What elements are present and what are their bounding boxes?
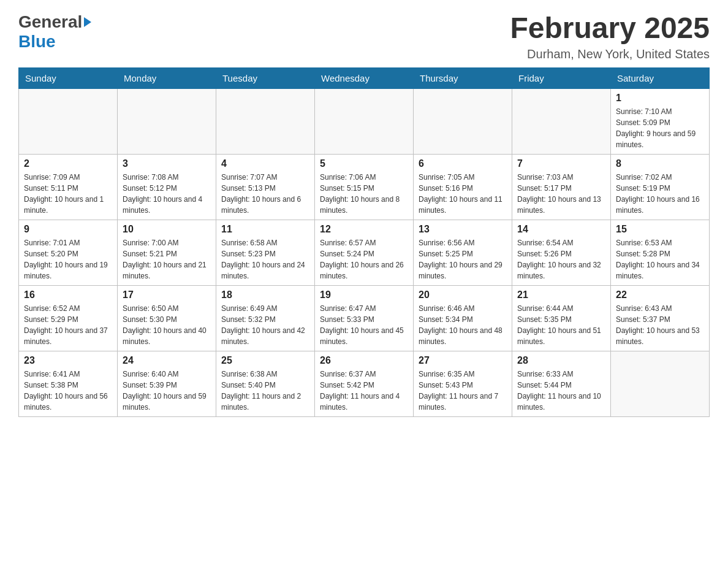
calendar-day-cell: 6Sunrise: 7:05 AM Sunset: 5:16 PM Daylig… [414,154,512,220]
calendar-day-cell [414,88,512,154]
day-info: Sunrise: 6:44 AM Sunset: 5:35 PM Dayligh… [517,303,605,347]
calendar-day-cell: 27Sunrise: 6:35 AM Sunset: 5:43 PM Dayli… [414,351,512,416]
day-info: Sunrise: 6:56 AM Sunset: 5:25 PM Dayligh… [419,237,507,282]
calendar-day-cell: 13Sunrise: 6:56 AM Sunset: 5:25 PM Dayli… [414,220,512,285]
day-number: 25 [221,355,309,366]
calendar-day-cell: 7Sunrise: 7:03 AM Sunset: 5:17 PM Daylig… [512,154,611,220]
day-info: Sunrise: 6:38 AM Sunset: 5:40 PM Dayligh… [221,369,309,413]
day-number: 21 [517,289,605,301]
day-number: 11 [221,224,309,235]
calendar-day-cell: 21Sunrise: 6:44 AM Sunset: 5:35 PM Dayli… [512,285,611,351]
day-info: Sunrise: 6:58 AM Sunset: 5:23 PM Dayligh… [221,237,309,282]
calendar-day-cell: 5Sunrise: 7:06 AM Sunset: 5:15 PM Daylig… [315,154,414,220]
day-of-week-header: Saturday [611,67,710,88]
location-text: Durham, New York, United States [510,47,710,61]
day-info: Sunrise: 6:53 AM Sunset: 5:28 PM Dayligh… [616,237,704,282]
calendar-day-cell: 18Sunrise: 6:49 AM Sunset: 5:32 PM Dayli… [216,285,315,351]
day-of-week-header: Thursday [414,67,512,88]
calendar-day-cell: 14Sunrise: 6:54 AM Sunset: 5:26 PM Dayli… [512,220,611,285]
day-number: 10 [123,224,211,235]
day-of-week-header: Friday [512,67,611,88]
day-info: Sunrise: 7:03 AM Sunset: 5:17 PM Dayligh… [517,172,605,216]
day-info: Sunrise: 6:37 AM Sunset: 5:42 PM Dayligh… [320,369,408,413]
calendar-day-cell: 3Sunrise: 7:08 AM Sunset: 5:12 PM Daylig… [118,154,216,220]
logo: General Blue [18,12,91,52]
day-info: Sunrise: 7:07 AM Sunset: 5:13 PM Dayligh… [221,172,309,216]
calendar-day-cell [216,88,315,154]
day-info: Sunrise: 6:40 AM Sunset: 5:39 PM Dayligh… [123,369,211,413]
title-section: February 2025 Durham, New York, United S… [510,12,710,61]
day-number: 6 [419,158,507,169]
day-number: 19 [320,289,408,301]
day-of-week-header: Monday [118,67,216,88]
day-number: 20 [419,289,507,301]
logo-general-text: General [18,12,82,32]
calendar-table: SundayMondayTuesdayWednesdayThursdayFrid… [18,67,710,417]
calendar-day-cell [611,351,710,416]
day-number: 17 [123,289,211,301]
calendar-day-cell: 25Sunrise: 6:38 AM Sunset: 5:40 PM Dayli… [216,351,315,416]
calendar-day-cell: 17Sunrise: 6:50 AM Sunset: 5:30 PM Dayli… [118,285,216,351]
day-info: Sunrise: 7:02 AM Sunset: 5:19 PM Dayligh… [616,172,704,216]
calendar-week-row: 2Sunrise: 7:09 AM Sunset: 5:11 PM Daylig… [19,154,710,220]
day-of-week-header: Tuesday [216,67,315,88]
day-info: Sunrise: 6:49 AM Sunset: 5:32 PM Dayligh… [221,303,309,347]
day-info: Sunrise: 6:52 AM Sunset: 5:29 PM Dayligh… [24,303,112,347]
calendar-week-row: 23Sunrise: 6:41 AM Sunset: 5:38 PM Dayli… [19,351,710,416]
logo-blue-text: Blue [18,32,56,52]
day-number: 26 [320,355,408,366]
day-number: 13 [419,224,507,235]
day-info: Sunrise: 6:47 AM Sunset: 5:33 PM Dayligh… [320,303,408,347]
calendar-day-cell: 8Sunrise: 7:02 AM Sunset: 5:19 PM Daylig… [611,154,710,220]
day-number: 16 [24,289,112,301]
calendar-week-row: 1Sunrise: 7:10 AM Sunset: 5:09 PM Daylig… [19,88,710,154]
calendar-day-cell: 15Sunrise: 6:53 AM Sunset: 5:28 PM Dayli… [611,220,710,285]
day-of-week-header: Wednesday [315,67,414,88]
calendar-day-cell: 26Sunrise: 6:37 AM Sunset: 5:42 PM Dayli… [315,351,414,416]
day-number: 15 [616,224,704,235]
calendar-day-cell: 28Sunrise: 6:33 AM Sunset: 5:44 PM Dayli… [512,351,611,416]
calendar-day-cell: 22Sunrise: 6:43 AM Sunset: 5:37 PM Dayli… [611,285,710,351]
day-info: Sunrise: 6:43 AM Sunset: 5:37 PM Dayligh… [616,303,704,347]
calendar-day-cell: 12Sunrise: 6:57 AM Sunset: 5:24 PM Dayli… [315,220,414,285]
day-of-week-header: Sunday [19,67,118,88]
day-number: 22 [616,289,704,301]
day-number: 4 [221,158,309,169]
calendar-day-cell: 9Sunrise: 7:01 AM Sunset: 5:20 PM Daylig… [19,220,118,285]
month-title: February 2025 [510,12,710,45]
day-number: 1 [616,93,704,104]
day-number: 2 [24,158,112,169]
calendar-day-cell: 23Sunrise: 6:41 AM Sunset: 5:38 PM Dayli… [19,351,118,416]
day-number: 9 [24,224,112,235]
calendar-day-cell: 20Sunrise: 6:46 AM Sunset: 5:34 PM Dayli… [414,285,512,351]
day-info: Sunrise: 6:41 AM Sunset: 5:38 PM Dayligh… [24,369,112,413]
calendar-day-cell [19,88,118,154]
day-number: 14 [517,224,605,235]
logo-arrow-icon [84,17,91,27]
calendar-day-cell: 16Sunrise: 6:52 AM Sunset: 5:29 PM Dayli… [19,285,118,351]
day-number: 7 [517,158,605,169]
day-info: Sunrise: 6:57 AM Sunset: 5:24 PM Dayligh… [320,237,408,282]
calendar-week-row: 16Sunrise: 6:52 AM Sunset: 5:29 PM Dayli… [19,285,710,351]
day-number: 8 [616,158,704,169]
day-info: Sunrise: 7:06 AM Sunset: 5:15 PM Dayligh… [320,172,408,216]
calendar-day-cell: 4Sunrise: 7:07 AM Sunset: 5:13 PM Daylig… [216,154,315,220]
day-info: Sunrise: 6:46 AM Sunset: 5:34 PM Dayligh… [419,303,507,347]
day-info: Sunrise: 7:00 AM Sunset: 5:21 PM Dayligh… [123,237,211,282]
calendar-day-cell [512,88,611,154]
day-number: 18 [221,289,309,301]
calendar-day-cell: 10Sunrise: 7:00 AM Sunset: 5:21 PM Dayli… [118,220,216,285]
day-info: Sunrise: 6:50 AM Sunset: 5:30 PM Dayligh… [123,303,211,347]
calendar-header-row: SundayMondayTuesdayWednesdayThursdayFrid… [19,67,710,88]
calendar-day-cell: 11Sunrise: 6:58 AM Sunset: 5:23 PM Dayli… [216,220,315,285]
calendar-day-cell [118,88,216,154]
day-number: 5 [320,158,408,169]
page-header: General Blue February 2025 Durham, New Y… [18,12,710,61]
day-number: 3 [123,158,211,169]
calendar-day-cell [315,88,414,154]
day-number: 24 [123,355,211,366]
day-info: Sunrise: 7:09 AM Sunset: 5:11 PM Dayligh… [24,172,112,216]
calendar-week-row: 9Sunrise: 7:01 AM Sunset: 5:20 PM Daylig… [19,220,710,285]
calendar-day-cell: 24Sunrise: 6:40 AM Sunset: 5:39 PM Dayli… [118,351,216,416]
day-number: 23 [24,355,112,366]
